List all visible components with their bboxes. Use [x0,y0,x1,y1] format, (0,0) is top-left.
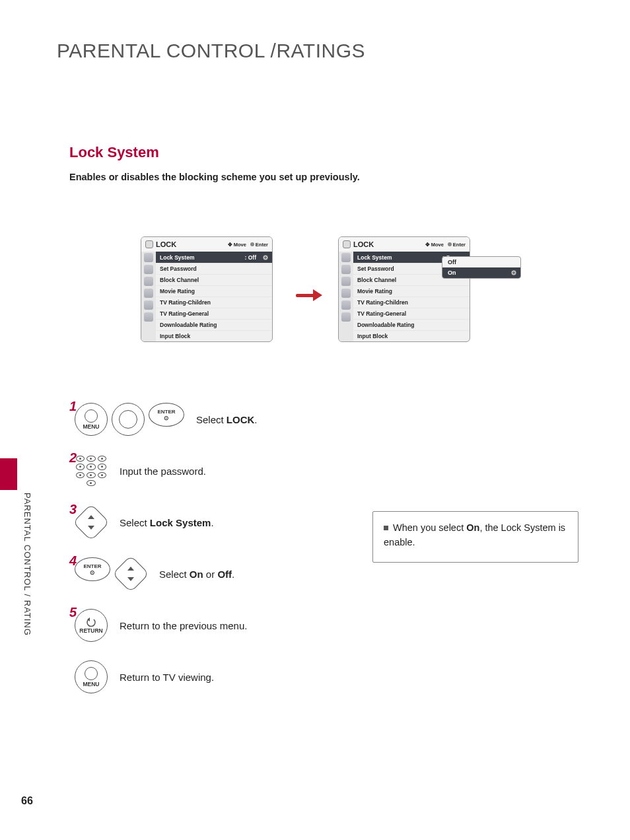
step-text: Select On or Off. [159,569,234,580]
radio-icon [263,255,268,260]
osd-item[interactable]: Movie Rating [156,285,272,297]
step-6: MENU Return to TV viewing. [69,660,386,693]
category-icon [341,312,351,322]
step-4: 4 ENTER ⊙ Select On or Off. [69,557,386,590]
category-icon [144,265,153,274]
osd-item-label: Block Channel [357,277,396,283]
enter-button-icon: ENTER ⊙ [149,403,184,427]
osd-item[interactable]: Input Block [156,330,272,341]
number-pad-icon [75,454,108,487]
category-icon [341,289,351,298]
osd-item-label: Downloadable Rating [160,322,217,328]
osd-item-label: TV Rating-General [160,310,209,317]
return-button-icon: RETURN [75,609,108,642]
osd-item-label: TV Rating-Children [357,299,408,306]
step-text: Return to TV viewing. [120,672,214,683]
hint-move: Move [431,242,444,248]
section-title: Lock System [69,144,159,161]
category-icon [144,277,153,286]
osd-item-value: : Off [245,254,256,261]
side-tab-accent [0,458,17,490]
up-down-button-icon [114,557,147,590]
menu-button-icon: MENU [75,403,108,436]
osd-title: LOCK [156,240,176,248]
category-icon [144,253,153,262]
osd-item-label: Input Block [357,333,388,339]
up-down-button-icon [75,506,108,539]
step-number: 4 [69,553,77,569]
osd-item[interactable]: TV Rating-General [156,308,272,319]
osd-item-label: Movie Rating [160,288,195,295]
osd-item-label: Lock System [160,254,194,261]
button-label: MENU [83,423,99,430]
osd-menu-before: LOCK ✥Move Enter Lock System : Off Set P… [141,236,273,342]
step-text: Input the password. [120,466,206,477]
hint-enter: Enter [453,242,466,248]
page-title: PARENTAL CONTROL /RATINGS [57,40,365,62]
hint-enter: Enter [256,242,268,248]
osd-item-label: Movie Rating [357,288,392,295]
osd-item[interactable]: TV Rating-General [353,308,470,319]
option-label: On [448,269,456,276]
osd-item-label: Block Channel [160,277,199,283]
osd-item[interactable]: TV Rating-Children [156,297,272,308]
osd-item[interactable]: Input Block [353,330,470,341]
osd-item-lock-system[interactable]: Lock System : Off [156,252,272,263]
steps-list: 1 MENU ENTER ⊙ Select LOCK. 2 I [69,403,386,712]
category-icon [144,312,153,322]
osd-title: LOCK [353,240,374,248]
category-icon [341,277,351,286]
move-icon: ✥ [228,242,232,248]
osd-item-label: TV Rating-Children [160,299,211,306]
osd-header: LOCK ✥Move Enter [339,237,470,252]
move-icon: ✥ [425,242,430,248]
side-tab-label: PARENTAL CONTROL / RATING [22,493,32,636]
lock-icon [343,240,351,248]
osd-item[interactable]: TV Rating-Children [353,297,470,308]
option-label: Off [448,259,456,265]
button-label: ENTER [83,563,101,569]
section-description: Enables or disables the blocking scheme … [69,172,360,182]
button-label: RETURN [79,627,102,634]
step-3: 3 Select Lock System. [69,506,386,539]
lock-icon [145,240,153,248]
button-label: ENTER [157,409,175,415]
category-icon [144,289,153,298]
enter-icon [448,242,452,246]
osd-item[interactable]: Movie Rating [353,285,470,297]
radio-icon [511,270,516,275]
osd-category-icons [141,252,156,341]
enter-icon [250,242,254,246]
button-label: MENU [83,681,99,687]
svg-marker-2 [127,567,134,571]
step-text: Select LOCK. [196,414,258,425]
osd-item[interactable]: Block Channel [156,274,272,285]
page-number: 66 [21,795,33,807]
hint-move: Move [234,242,246,248]
bullet-icon [384,526,388,530]
osd-item-label: TV Rating-General [357,310,406,317]
step-5: 5 RETURN Return to the previous menu. [69,609,386,642]
note-box: When you select On, the Lock System is e… [372,511,578,563]
svg-marker-1 [88,526,94,530]
svg-marker-3 [127,577,134,581]
osd-item[interactable]: Downloadable Rating [353,319,470,330]
category-icon [341,300,351,310]
arrow-icon [296,291,322,300]
submenu-option-off[interactable]: Off [442,257,520,267]
dpad-icon [112,403,145,436]
step-text: Select Lock System. [120,517,214,528]
osd-item[interactable]: Set Password [156,263,272,274]
osd-item-label: Downloadable Rating [357,322,414,328]
osd-category-icons [339,252,353,341]
category-icon [341,253,351,262]
osd-list: Lock System : Off Set Password Block Cha… [156,252,272,341]
osd-submenu: Off On [442,256,521,279]
step-1: 1 MENU ENTER ⊙ Select LOCK. [69,403,386,436]
osd-item[interactable]: Downloadable Rating [156,319,272,330]
category-icon [144,300,153,310]
osd-item-label: Input Block [160,333,190,339]
osd-item-label: Set Password [357,265,394,272]
submenu-option-on[interactable]: On [442,267,520,278]
osd-header: LOCK ✥Move Enter [141,237,272,252]
